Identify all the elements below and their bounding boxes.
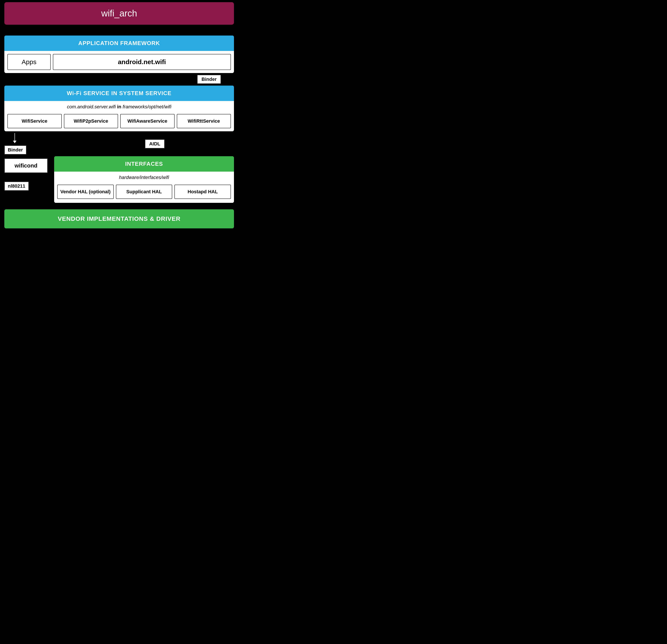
wifi-service-header: Wi-Fi SERVICE IN SYSTEM SERVICE	[4, 85, 234, 101]
app-framework-header: APPLICATION FRAMEWORK	[4, 35, 234, 51]
apps-box: Apps	[7, 54, 51, 70]
interfaces-header: INTERFACES	[54, 156, 234, 172]
wificond-box: wificond	[4, 158, 48, 173]
binder-bottom-badge: Binder	[4, 145, 27, 155]
interfaces-section: INTERFACES hardware/interfaces/wifi Vend…	[54, 156, 234, 203]
nl80211-badge: nl80211	[4, 181, 29, 191]
wifiaware-service-box: WifiAwareService	[120, 114, 175, 128]
wifi-service-subtitle-italic: com.android.server.wifi	[67, 104, 116, 109]
wifi-service-subtitle-in: in	[117, 104, 123, 109]
wifip2p-service-box: WifiP2pService	[64, 114, 118, 128]
android-net-wifi-box: android.net.wifi	[53, 54, 231, 70]
wifi-service-section: Wi-Fi SERVICE IN SYSTEM SERVICE com.andr…	[4, 85, 234, 131]
wifi-service-box: WifiService	[7, 114, 62, 128]
wifi-service-subtitle-path: frameworks/opt/net/wifi	[123, 104, 172, 109]
supplicant-hal-box: Supplicant HAL	[116, 184, 173, 199]
hostapd-hal-box: Hostapd HAL	[174, 184, 231, 199]
title-bar: wifi_arch	[4, 2, 234, 25]
app-framework-section: APPLICATION FRAMEWORK Apps android.net.w…	[4, 35, 234, 73]
wifirtt-service-box: WifiRttService	[177, 114, 231, 128]
interfaces-subtitle: hardware/interfaces/wifi	[54, 172, 234, 182]
binder-top-badge: Binder	[197, 75, 221, 84]
aidl-badge: AIDL	[145, 139, 165, 148]
vendor-impl-bar: VENDOR IMPLEMENTATIONS & DRIVER	[4, 209, 234, 228]
vendor-hal-box: Vendor HAL (optional)	[57, 184, 114, 199]
